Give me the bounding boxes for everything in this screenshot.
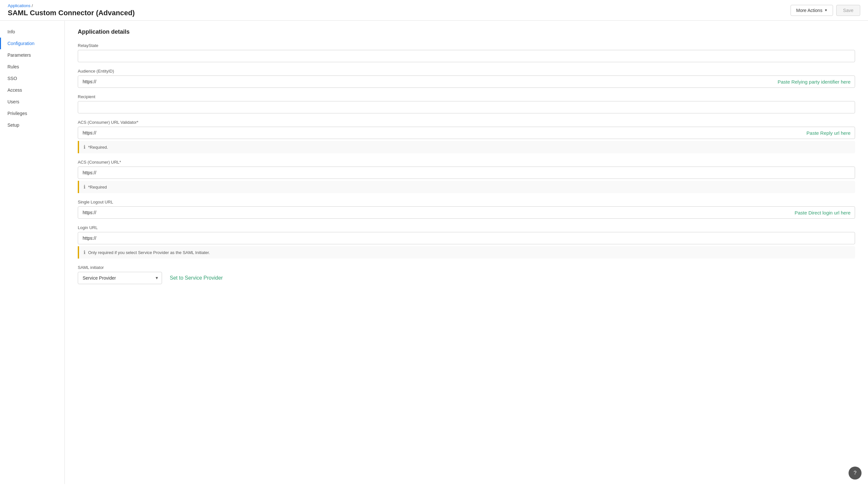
save-button[interactable]: Save <box>836 5 860 16</box>
more-actions-label: More Actions <box>796 8 822 13</box>
acs-url-alert: ℹ *Required <box>78 181 855 193</box>
audience-group: Audience (EntityID) Paste Relying party … <box>78 69 855 88</box>
sidebar-item-info[interactable]: Info <box>0 26 64 38</box>
top-bar-left: Applications / SAML Custom Connector (Ad… <box>8 3 135 17</box>
login-url-input[interactable] <box>78 232 855 244</box>
acs-validator-alert: ℹ *Required. <box>78 141 855 153</box>
audience-input-container: Paste Relying party identifier here <box>78 75 855 88</box>
acs-url-input[interactable] <box>78 166 855 179</box>
acs-validator-alert-text: *Required. <box>88 145 108 150</box>
recipient-input[interactable] <box>78 101 855 113</box>
relay-state-label: RelayState <box>78 43 855 48</box>
saml-initiator-row: Service Provider OneLogin ▼ Set to Servi… <box>78 272 855 284</box>
sidebar-item-setup[interactable]: Setup <box>0 119 64 131</box>
saml-initiator-group: SAML initiator Service Provider OneLogin… <box>78 265 855 284</box>
single-logout-label: Single Logout URL <box>78 200 855 205</box>
top-bar: Applications / SAML Custom Connector (Ad… <box>0 0 868 21</box>
login-url-group: Login URL ℹ Only required if you select … <box>78 225 855 259</box>
acs-url-group: ACS (Consumer) URL* ℹ *Required <box>78 160 855 193</box>
page-title: SAML Custom Connector (Advanced) <box>8 9 135 17</box>
acs-validator-label: ACS (Consumer) URL Validator* <box>78 120 855 125</box>
acs-validator-input-container: Paste Reply url here <box>78 127 855 139</box>
relay-state-group: RelayState <box>78 43 855 62</box>
acs-url-label: ACS (Consumer) URL* <box>78 160 855 164</box>
help-button[interactable]: ? <box>848 466 862 480</box>
single-logout-input[interactable] <box>78 206 855 219</box>
login-url-alert-text: Only required if you select Service Prov… <box>88 250 210 255</box>
info-icon-2: ℹ <box>84 184 86 190</box>
relay-state-input[interactable] <box>78 50 855 62</box>
acs-url-alert-text: *Required <box>88 185 107 189</box>
sidebar-item-rules[interactable]: Rules <box>0 61 64 72</box>
audience-input[interactable] <box>78 75 855 88</box>
breadcrumb-app-link[interactable]: Applications <box>8 3 30 8</box>
info-icon-3: ℹ <box>84 249 86 255</box>
breadcrumb: Applications / <box>8 3 135 8</box>
sidebar-item-sso[interactable]: SSO <box>0 72 64 84</box>
recipient-group: Recipient <box>78 94 855 113</box>
saml-initiator-select[interactable]: Service Provider OneLogin <box>78 272 162 284</box>
section-title: Application details <box>78 29 855 35</box>
main-content: Application details RelayState Audience … <box>65 21 868 484</box>
audience-label: Audience (EntityID) <box>78 69 855 73</box>
single-logout-input-container: Paste Direct login url here <box>78 206 855 219</box>
breadcrumb-separator: / <box>32 3 33 8</box>
more-actions-button[interactable]: More Actions ▼ <box>790 5 833 16</box>
login-url-label: Login URL <box>78 225 855 230</box>
login-url-alert: ℹ Only required if you select Service Pr… <box>78 246 855 259</box>
info-icon: ℹ <box>84 144 86 150</box>
saml-initiator-hint: Set to Service Provider <box>170 275 223 281</box>
sidebar-item-users[interactable]: Users <box>0 96 64 108</box>
acs-validator-group: ACS (Consumer) URL Validator* Paste Repl… <box>78 120 855 153</box>
sidebar-item-parameters[interactable]: Parameters <box>0 49 64 61</box>
sidebar-item-access[interactable]: Access <box>0 84 64 96</box>
layout: Info Configuration Parameters Rules SSO … <box>0 21 868 484</box>
single-logout-group: Single Logout URL Paste Direct login url… <box>78 200 855 219</box>
recipient-label: Recipient <box>78 94 855 99</box>
sidebar-item-configuration[interactable]: Configuration <box>0 38 64 49</box>
saml-initiator-label: SAML initiator <box>78 265 855 270</box>
chevron-down-icon: ▼ <box>824 8 828 12</box>
help-icon: ? <box>854 470 857 476</box>
acs-validator-input[interactable] <box>78 127 855 139</box>
sidebar: Info Configuration Parameters Rules SSO … <box>0 21 65 484</box>
top-bar-right: More Actions ▼ Save <box>790 5 860 16</box>
sidebar-item-privileges[interactable]: Privileges <box>0 108 64 119</box>
saml-initiator-select-wrapper: Service Provider OneLogin ▼ <box>78 272 162 284</box>
